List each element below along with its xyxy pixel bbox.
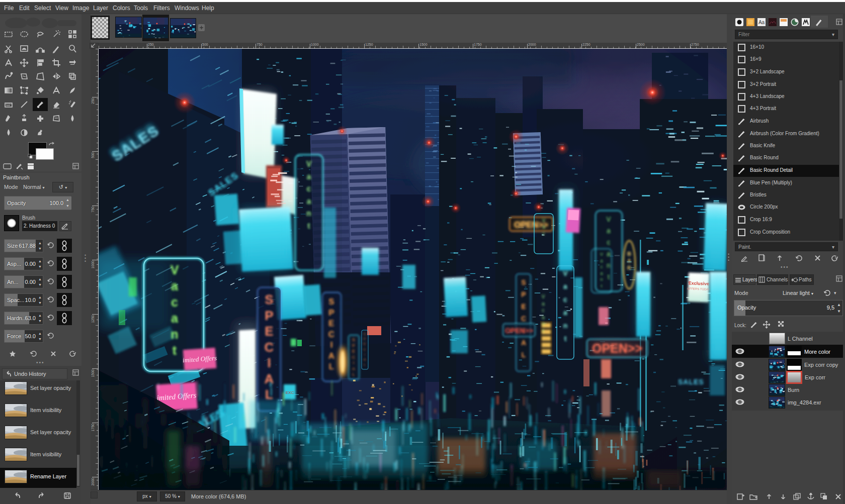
svg-text:Aa: Aa <box>758 20 765 25</box>
